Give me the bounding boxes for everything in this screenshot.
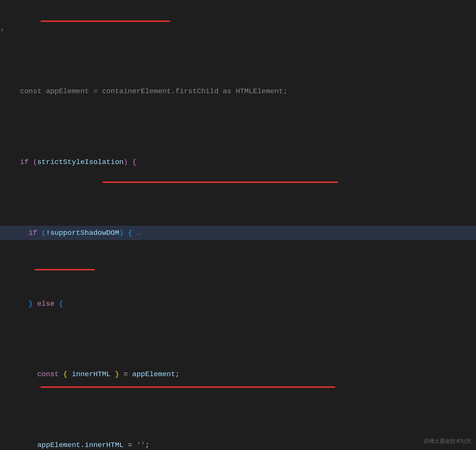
fold-arrow-icon[interactable]: › bbox=[0, 23, 4, 37]
annotation-underline bbox=[40, 386, 335, 388]
code-editor[interactable]: › const appElement = containerElement.fi… bbox=[0, 0, 476, 450]
keyword-if: if bbox=[20, 158, 29, 166]
annotation-underline bbox=[40, 20, 170, 22]
code-line-active: if (!supportShadowDOM) { … bbox=[0, 226, 476, 241]
identifier-strictStyleIsolation: strictStyleIsolation bbox=[37, 158, 123, 166]
code-line: if (strictStyleIsolation) { bbox=[0, 155, 476, 170]
code-line: } else { bbox=[0, 297, 476, 311]
code-line: appElement.innerHTML = ''; bbox=[0, 438, 476, 450]
watermark-text: @稀土掘金技术社区 bbox=[424, 436, 471, 446]
collapsed-icon[interactable]: … bbox=[137, 229, 141, 237]
code-line: const appElement = containerElement.firs… bbox=[0, 84, 476, 99]
identifier-supportShadowDOM: supportShadowDOM bbox=[50, 229, 119, 237]
code-line: const { innerHTML } = appElement; bbox=[0, 367, 476, 382]
annotation-underline bbox=[103, 181, 338, 183]
annotation-underline bbox=[34, 269, 95, 270]
